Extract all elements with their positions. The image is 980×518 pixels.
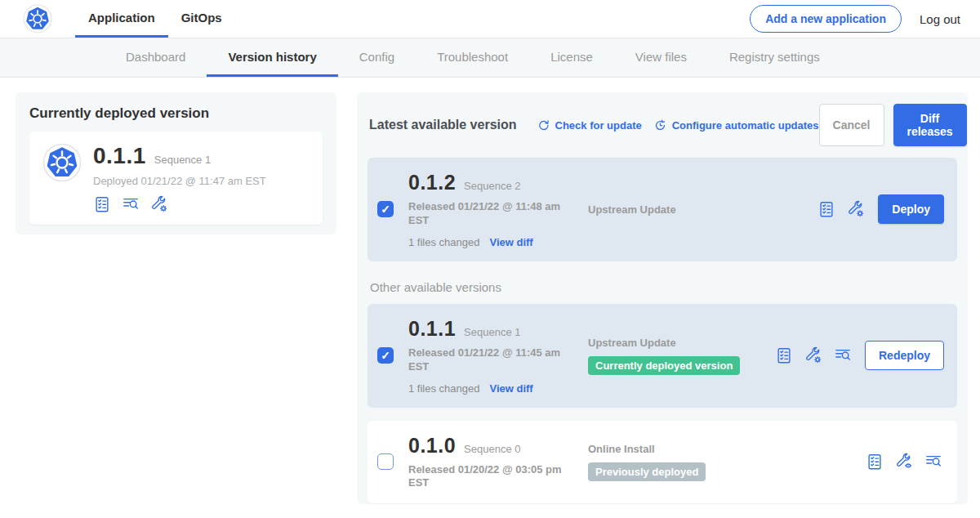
sequence-label: Sequence 0 [464,443,520,455]
deployed-timestamp: Deployed 01/21/22 @ 11:47 am EST [93,175,266,187]
tab-license[interactable]: License [529,38,614,77]
version-checkbox[interactable] [377,453,394,470]
latest-version-header: Latest available version Check for updat… [369,104,956,146]
wrench-gear-icon[interactable] [150,195,168,213]
wrench-eye-icon[interactable] [895,453,913,471]
version-source: Online Install Previously deployed [588,443,866,481]
version-number: 0.1.1 [408,317,456,341]
released-timestamp: Released 01/20/22 @ 03:05 pm EST [408,463,565,491]
version-row-0-1-0: 0.1.0 Sequence 0 Released 01/20/22 @ 03:… [368,421,957,504]
lines-magnifier-icon[interactable] [834,346,852,364]
version-info: 0.1.0 Sequence 0 Released 01/20/22 @ 03:… [408,434,588,491]
deploy-button[interactable]: Deploy [878,194,944,224]
sequence-label: Sequence 1 [464,326,520,338]
version-row-0-1-1: ✓ 0.1.1 Sequence 1 Released 01/21/22 @ 1… [368,304,957,408]
configure-automatic-updates-link[interactable]: Configure automatic updates [653,118,819,132]
version-source: Upstream Update [588,203,817,216]
version-row-0-1-2: ✓ 0.1.2 Sequence 2 Released 01/21/22 @ 1… [368,158,957,261]
check-for-update-link[interactable]: Check for update [537,118,642,132]
lines-magnifier-icon[interactable] [924,453,942,471]
version-checkbox[interactable]: ✓ [377,201,394,217]
tab-version-history[interactable]: Version history [207,38,337,77]
checklist-icon[interactable] [775,346,793,364]
deployed-sequence-label: Sequence 1 [154,154,211,166]
files-changed-label: 1 files changed [408,382,479,395]
tab-view-files[interactable]: View files [614,38,708,77]
lines-magnifier-icon[interactable] [122,195,140,213]
kubernetes-app-icon [42,143,82,182]
auto-update-clock-icon [653,118,667,132]
tab-config[interactable]: Config [338,38,416,77]
tab-troubleshoot[interactable]: Troubleshoot [416,38,529,77]
tab-gitops[interactable]: GitOps [168,0,235,38]
checklist-icon[interactable] [93,195,111,213]
released-timestamp: Released 01/21/22 @ 11:45 am EST [408,346,565,374]
version-info: 0.1.1 Sequence 1 Released 01/21/22 @ 11:… [408,317,588,395]
wrench-gear-icon[interactable] [847,200,865,218]
top-nav-right: Add a new application Log out [750,0,960,38]
version-history-panel: Latest available version Check for updat… [357,92,968,504]
currently-deployed-badge: Currently deployed version [588,356,740,375]
logout-link[interactable]: Log out [920,12,960,26]
deployed-version-details: 0.1.1 Sequence 1 Deployed 01/21/22 @ 11:… [93,143,266,213]
currently-deployed-title: Currently deployed version [29,105,323,122]
other-versions-title: Other available versions [370,280,955,294]
version-number: 0.1.0 [408,434,456,458]
refresh-icon [537,118,550,132]
tab-registry-settings[interactable]: Registry settings [708,38,841,77]
tab-application[interactable]: Application [75,0,168,38]
diff-releases-button[interactable]: Diff releases [893,104,967,146]
checklist-icon[interactable] [817,200,835,218]
kubernetes-icon [23,4,52,33]
version-checkbox[interactable]: ✓ [377,347,394,364]
view-diff-link[interactable]: View diff [489,236,532,248]
view-diff-link[interactable]: View diff [489,382,532,395]
checklist-icon[interactable] [866,453,884,471]
app-sub-nav: Dashboard Version history Config Trouble… [0,38,980,78]
version-number: 0.1.2 [408,171,456,194]
tab-dashboard[interactable]: Dashboard [105,38,207,77]
add-new-application-button[interactable]: Add a new application [750,5,902,33]
currently-deployed-panel: Currently deployed version 0.1.1 Sequenc… [16,92,336,234]
files-changed-label: 1 files changed [408,236,479,248]
top-nav: Application GitOps Add a new application… [0,0,980,38]
deployed-version-number: 0.1.1 [93,143,146,169]
version-source: Upstream Update Currently deployed versi… [588,337,775,375]
top-nav-tabs: Application GitOps [75,0,235,38]
cancel-button[interactable]: Cancel [819,104,884,146]
app-logo [23,0,52,38]
deployed-version-card: 0.1.1 Sequence 1 Deployed 01/21/22 @ 11:… [29,132,323,225]
version-info: 0.1.2 Sequence 2 Released 01/21/22 @ 11:… [408,171,588,248]
released-timestamp: Released 01/21/22 @ 11:48 am EST [408,200,565,228]
redeploy-button[interactable]: Redeploy [865,341,944,370]
sequence-label: Sequence 2 [464,180,520,192]
latest-version-title: Latest available version [369,118,517,132]
previously-deployed-badge: Previously deployed [588,462,706,481]
wrench-gear-icon[interactable] [804,346,822,364]
